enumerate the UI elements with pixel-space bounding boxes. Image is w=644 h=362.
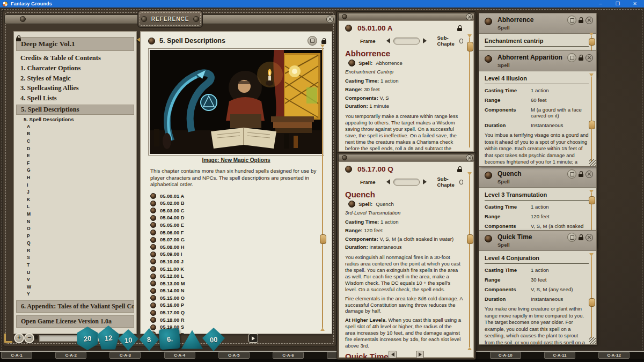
toc-letter[interactable]: O — [27, 225, 136, 233]
subchapter-link[interactable]: 05.04.00 D — [150, 215, 332, 222]
toc-letter[interactable]: U — [27, 269, 136, 277]
toc-letter[interactable]: N — [27, 218, 136, 226]
window-titlebar[interactable] — [338, 13, 474, 20]
frame-prev-icon[interactable] — [386, 38, 390, 43]
toc-footer-item[interactable]: 6. Appendix: Tales of the Valiant Spell … — [16, 300, 134, 313]
play-button[interactable] — [248, 334, 258, 343]
scrollbar-handle[interactable] — [589, 38, 595, 46]
toc-item[interactable]: 4. Spell Lists — [16, 93, 134, 104]
toc-letter[interactable]: E — [27, 152, 136, 160]
toc-letter[interactable]: P — [27, 233, 136, 240]
toc-footer-item[interactable]: Open Game License Version 1.0a — [16, 315, 134, 328]
window-mode-icon[interactable] — [567, 169, 576, 179]
subchapter-link[interactable]: 05.15.00 O — [150, 294, 332, 302]
lock-icon[interactable] — [16, 34, 21, 43]
subchapter-link[interactable]: 05.08.00 H — [150, 243, 332, 251]
hotkey-tab[interactable]: C-A-3 — [109, 352, 141, 359]
window-mode-icon[interactable] — [308, 36, 317, 46]
toc-letter[interactable]: L — [27, 203, 136, 211]
die-d6[interactable]: 6. — [159, 328, 181, 350]
toc-item-selected[interactable]: 5. Spell Descriptions — [16, 105, 134, 115]
subchapter-radio[interactable] — [459, 180, 463, 184]
subchapter-link[interactable]: 05.13.00 M — [150, 280, 332, 287]
scrollbar[interactable] — [322, 48, 323, 328]
toc-letter[interactable]: S — [27, 254, 136, 262]
resize-grip[interactable] — [589, 159, 596, 166]
chapter-link-icon[interactable] — [148, 38, 155, 45]
scrollbar-handle[interactable] — [320, 234, 326, 244]
subchapter-link[interactable]: 05.16.00 P — [150, 302, 332, 309]
toc-letter[interactable]: J — [27, 189, 136, 196]
close-icon[interactable] — [586, 234, 593, 241]
hotkey-tab[interactable]: C-A-11 — [544, 352, 575, 359]
link-icon[interactable] — [485, 235, 492, 242]
lock-icon[interactable] — [321, 38, 326, 44]
toc-letter[interactable]: G — [27, 167, 136, 174]
subchapter-link[interactable]: 05.11.00 K — [150, 265, 332, 273]
hotkey-tab[interactable]: C-A-2 — [55, 352, 86, 359]
scrollbar[interactable] — [591, 256, 592, 338]
card-header[interactable]: Abhorrence Spell — [479, 13, 596, 34]
subchapter-link[interactable]: 05.09.00 I — [150, 251, 332, 258]
scrollbar-handle[interactable] — [589, 298, 595, 307]
close-icon[interactable] — [586, 17, 593, 24]
subchapter-link[interactable]: 05.12.00 L — [150, 272, 332, 280]
frame-next-icon[interactable] — [423, 38, 427, 43]
window-mode-icon[interactable] — [567, 233, 576, 242]
subchapter-link[interactable]: 05.07.00 G — [150, 236, 332, 243]
chapter-link-icon[interactable] — [345, 25, 352, 32]
frame-next-icon[interactable] — [423, 179, 427, 184]
scrollbar[interactable] — [469, 175, 470, 347]
subchapter-link[interactable]: 05.14.00 N — [150, 287, 332, 295]
scrollbar[interactable] — [469, 38, 470, 147]
toc-sub-item[interactable]: 5. Spell Descriptions — [24, 116, 136, 122]
hotkey-tab[interactable]: C-A-1 — [1, 352, 32, 359]
hotkey-tab[interactable]: C-A-6 — [273, 352, 304, 359]
subchapter-radio[interactable] — [459, 39, 463, 43]
subchapter-link[interactable]: 05.18.00 R — [150, 316, 332, 324]
lock-icon[interactable] — [579, 17, 583, 23]
subchapter-link[interactable]: 05.03.00 C — [150, 207, 332, 215]
subchapter-link[interactable]: 05.00.01 A — [150, 193, 332, 200]
link-icon[interactable] — [485, 172, 492, 179]
toc-letter[interactable]: F — [27, 160, 136, 167]
hotkey-tab[interactable]: C-A-5 — [218, 352, 250, 359]
toc-letter[interactable]: H — [27, 174, 136, 182]
toc-letter[interactable]: K — [27, 196, 136, 204]
toc-letter[interactable]: C — [27, 138, 136, 145]
toc-item[interactable]: 2. Styles of Magic — [16, 73, 134, 84]
zoom-in-button[interactable]: + — [14, 333, 24, 343]
frame-prev-icon[interactable] — [386, 179, 390, 184]
scrollbar-handle[interactable] — [589, 121, 595, 129]
frame-selector[interactable] — [393, 38, 420, 45]
lock-icon[interactable] — [579, 171, 583, 177]
toc-letter[interactable]: T — [27, 262, 136, 269]
window-titlebar[interactable] — [338, 154, 474, 161]
toc-letter[interactable]: D — [27, 145, 136, 153]
subchapter-link[interactable]: 05.05.00 E — [150, 221, 332, 229]
lock-icon[interactable] — [579, 55, 583, 61]
close-icon[interactable] — [466, 13, 473, 20]
lock-icon[interactable] — [457, 25, 462, 31]
toc-item[interactable]: 3. Spellcasting Allies — [16, 83, 134, 93]
scrollbar-handle[interactable] — [589, 196, 595, 204]
reference-tab-strap[interactable]: Reference — [137, 10, 203, 28]
subchapter-link[interactable]: 05.02.00 B — [150, 200, 332, 207]
toc-letter[interactable]: M — [27, 211, 136, 218]
toc-letter[interactable]: B — [27, 130, 136, 138]
lock-icon[interactable] — [579, 234, 583, 240]
window-mode-icon[interactable] — [567, 53, 576, 62]
scrollbar-handle[interactable] — [467, 42, 473, 51]
toc-letter[interactable]: Y — [27, 291, 136, 298]
image-link[interactable]: Image: New Magic Options — [141, 157, 332, 163]
toc-letter[interactable]: W — [27, 284, 136, 291]
toc-letter[interactable]: Q — [27, 240, 136, 247]
hotkey-tab[interactable]: C-A-10 — [490, 352, 521, 359]
close-icon[interactable] — [586, 171, 593, 178]
close-icon[interactable] — [466, 154, 473, 161]
link-icon[interactable] — [485, 55, 492, 63]
toc-letter[interactable]: V — [27, 276, 136, 284]
close-button[interactable]: ✕ — [632, 1, 638, 6]
resize-grip[interactable] — [589, 337, 596, 344]
prev-page-button[interactable] — [389, 351, 397, 358]
